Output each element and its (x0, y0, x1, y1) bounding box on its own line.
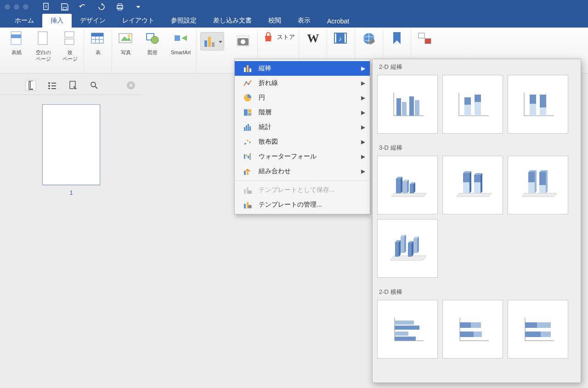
chevron-down-icon (218, 37, 223, 45)
clustered-column-3d[interactable] (377, 156, 438, 214)
table-label: 表 (96, 50, 101, 56)
page-thumbnail[interactable] (42, 104, 100, 185)
svg-point-68 (247, 140, 249, 141)
chart-gallery: 2-D 縦棒 3-D 縦棒 2-D 横棒 (372, 59, 581, 383)
stacked-column-2d[interactable] (442, 75, 503, 134)
ribbon-tabs: ホーム 挿入 デザイン レイアウト 参照設定 差し込み文書 校閲 表示 Acro… (0, 14, 588, 28)
tab-design[interactable]: デザイン (72, 14, 114, 28)
svg-rect-11 (65, 39, 74, 45)
chart-type-line[interactable]: 折れ線▶ (235, 76, 370, 90)
svg-rect-46 (51, 83, 56, 84)
svg-rect-8 (11, 34, 21, 38)
tab-home[interactable]: ホーム (6, 14, 42, 28)
percent-stacked-column-3d[interactable] (508, 156, 568, 214)
svg-rect-60 (244, 109, 248, 116)
svg-marker-129 (395, 242, 399, 257)
outline-tab[interactable] (47, 80, 57, 90)
customize-qat-icon[interactable]: ⏷ (134, 3, 142, 11)
minimize-dot[interactable] (14, 4, 19, 10)
table-button[interactable]: 表 (88, 29, 108, 57)
chart-type-hierarchy[interactable]: 階層▶ (235, 105, 370, 120)
doc-icon[interactable] (42, 3, 51, 11)
smartart-button[interactable]: SmartArt (169, 29, 192, 57)
submenu-arrow-icon: ▶ (361, 65, 365, 72)
chart-type-label: 階層 (259, 108, 271, 117)
clustered-column-2d[interactable] (377, 75, 438, 134)
chart-type-pie[interactable]: 円▶ (235, 90, 370, 105)
svg-rect-33 (335, 34, 336, 43)
svg-text:♪: ♪ (339, 35, 342, 42)
photo-button[interactable]: 写真 (116, 29, 136, 57)
tab-view[interactable]: 表示 (289, 14, 319, 28)
screenshot-button[interactable] (233, 32, 254, 51)
bookmark-button[interactable] (387, 29, 407, 48)
wikipedia-button[interactable]: W (303, 29, 323, 48)
tab-review[interactable]: 校閲 (260, 14, 289, 28)
store-icon (263, 32, 273, 42)
thumbnails-tab[interactable] (26, 80, 36, 90)
tab-reference[interactable]: 参照設定 (163, 14, 205, 28)
crossref-button[interactable] (415, 29, 435, 48)
link-button[interactable] (359, 29, 379, 48)
chart-type-waterfall[interactable]: ウォーターフォール▶ (235, 149, 370, 164)
save-icon[interactable] (61, 3, 69, 11)
cover-page-button[interactable]: 表紙 (6, 29, 27, 63)
svg-marker-24 (181, 35, 187, 41)
page-break-button[interactable]: 改 ページ (60, 29, 80, 63)
percent-stacked-bar-2d[interactable] (508, 300, 568, 359)
chart-button[interactable] (200, 32, 224, 51)
manage-template-item[interactable]: テンプレートの管理... (235, 197, 370, 212)
svg-rect-25 (204, 40, 207, 47)
submenu-arrow-icon: ▶ (361, 153, 365, 160)
chart-type-scatter[interactable]: 散布図▶ (235, 135, 370, 149)
svg-rect-80 (247, 202, 249, 208)
review-tab[interactable] (68, 80, 78, 90)
svg-rect-61 (248, 109, 251, 112)
chart-type-label: 統計 (259, 123, 271, 131)
print-icon[interactable] (116, 3, 124, 11)
undo-icon[interactable] (79, 3, 87, 11)
svg-marker-113 (469, 171, 471, 193)
svg-rect-72 (248, 156, 249, 158)
svg-rect-65 (248, 124, 249, 131)
stacked-bar-2d[interactable] (442, 300, 503, 359)
svg-rect-86 (409, 96, 414, 116)
svg-rect-144 (395, 326, 419, 330)
svg-rect-152 (474, 332, 482, 337)
store-button[interactable]: ストア (261, 29, 295, 42)
svg-rect-71 (246, 154, 247, 157)
percent-stacked-column-2d[interactable] (508, 75, 568, 134)
media-button[interactable]: ♪ (331, 29, 351, 48)
tab-mailings[interactable]: 差し込み文書 (205, 14, 260, 28)
svg-rect-41 (418, 33, 424, 38)
svg-marker-100 (391, 193, 426, 197)
svg-marker-28 (219, 41, 222, 43)
sidebar-tabs: ✕ (0, 76, 142, 95)
redo-icon[interactable] (97, 3, 106, 11)
zoom-dot[interactable] (23, 4, 28, 10)
cover-page-label: 表紙 (11, 50, 22, 56)
svg-rect-10 (65, 32, 74, 37)
svg-rect-2 (45, 7, 47, 7)
blank-page-button[interactable]: 空白の ページ (33, 29, 53, 63)
column-3d[interactable] (377, 219, 438, 278)
close-sidebar-icon[interactable]: ✕ (127, 81, 135, 90)
window-controls[interactable] (5, 4, 28, 10)
clustered-bar-2d[interactable] (377, 300, 438, 359)
submenu-arrow-icon: ▶ (361, 139, 365, 145)
search-tab[interactable] (89, 80, 99, 90)
stacked-column-3d[interactable] (442, 156, 503, 214)
svg-rect-70 (244, 154, 245, 159)
svg-marker-119 (522, 193, 557, 197)
tab-layout[interactable]: レイアウト (114, 14, 163, 28)
chart-type-combo[interactable]: 組み合わせ▶ (235, 164, 370, 179)
tab-acrobat[interactable]: Acrobat (319, 15, 357, 28)
chart-type-stats[interactable]: 統計▶ (235, 120, 370, 135)
shapes-button[interactable]: 図形 (142, 29, 163, 57)
svg-point-22 (151, 36, 158, 44)
close-dot[interactable] (5, 4, 10, 10)
svg-marker-138 (413, 238, 417, 253)
tab-insert[interactable]: 挿入 (42, 14, 72, 28)
chart-type-column[interactable]: 縦棒▶ (235, 61, 370, 76)
svg-marker-40 (393, 32, 401, 44)
